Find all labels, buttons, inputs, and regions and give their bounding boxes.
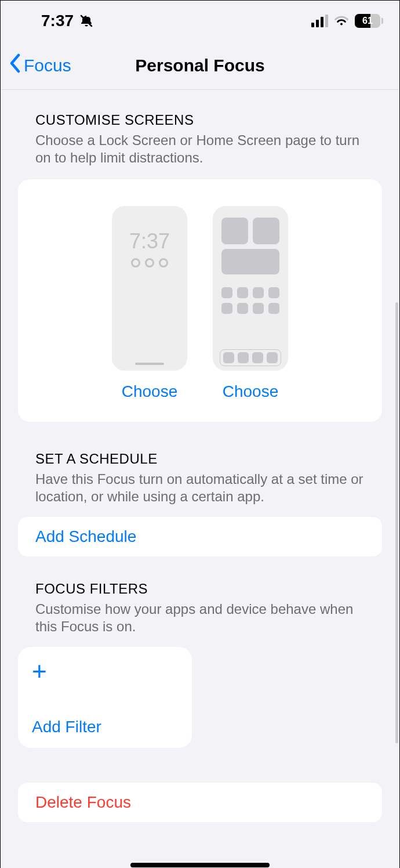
customise-header: Customise Screens Choose a Lock Screen o… [1,112,399,167]
home-dock-icon [220,349,281,366]
scroll-indicator[interactable] [395,302,398,743]
add-schedule-button[interactable]: Add Schedule [18,517,382,556]
status-left: 7:37 [41,12,93,30]
battery-icon: 61 [355,14,383,28]
customise-title: Customise Screens [35,112,365,128]
home-indicator[interactable] [130,863,270,867]
lock-screen-dots-icon [131,258,168,267]
schedule-header: Set a Schedule Have this Focus turn on a… [1,451,399,505]
home-screen-preview [213,206,288,371]
back-label: Focus [24,56,71,75]
lock-screen-preview: 7:37 [112,206,187,371]
silent-bell-icon [79,14,93,28]
add-filter-label: Add Filter [32,718,178,736]
choose-home-button[interactable]: Choose [223,382,279,401]
screens-card: 7:37 Choose Choose [18,179,382,422]
filters-title: Focus Filters [35,581,365,597]
chevron-left-icon [9,53,21,77]
filters-sub: Customise how your apps and device behav… [35,601,365,635]
nav-bar: Focus Personal Focus [1,41,399,90]
cellular-signal-icon [311,15,328,27]
choose-lock-button[interactable]: Choose [122,382,178,401]
filters-header: Focus Filters Customise how your apps an… [1,581,399,635]
lock-home-indicator-icon [135,363,164,365]
battery-level: 61 [362,16,373,26]
status-right: 61 [311,14,383,28]
content[interactable]: Customise Screens Choose a Lock Screen o… [1,90,399,868]
add-filter-button[interactable]: + Add Filter [18,647,192,748]
page-title: Personal Focus [135,56,264,75]
back-button[interactable]: Focus [9,41,71,89]
status-time: 7:37 [41,12,74,30]
schedule-title: Set a Schedule [35,451,365,467]
lock-screen-time: 7:37 [129,229,170,254]
customise-sub: Choose a Lock Screen or Home Screen page… [35,132,365,167]
lock-screen-option[interactable]: 7:37 Choose [112,206,187,401]
schedule-sub: Have this Focus turn on automatically at… [35,471,365,505]
plus-icon: + [32,659,178,684]
wifi-icon [334,15,349,27]
status-bar: 7:37 61 [1,1,399,41]
home-screen-option[interactable]: Choose [213,206,288,401]
delete-focus-button[interactable]: Delete Focus [18,783,382,822]
